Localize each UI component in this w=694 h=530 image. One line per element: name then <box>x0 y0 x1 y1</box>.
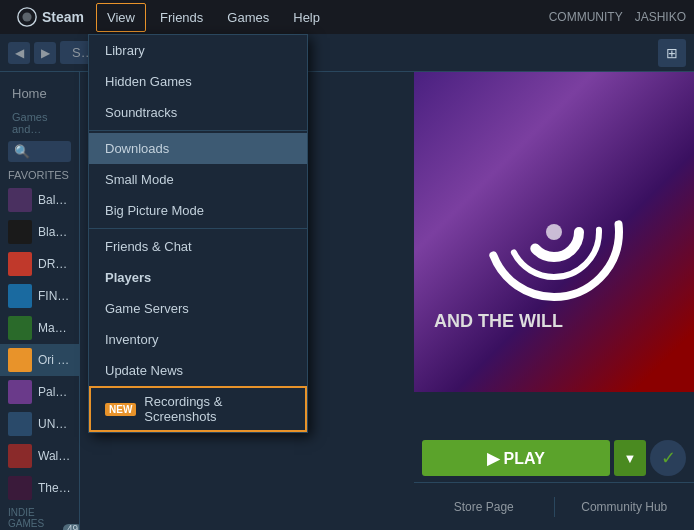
nav-help[interactable]: Help <box>283 4 330 31</box>
sidebar-item-icon <box>8 188 32 212</box>
new-badge: NEW <box>105 403 136 416</box>
sidebar-games-section: Games and… <box>0 107 79 137</box>
menu-game-servers[interactable]: Game Servers <box>89 293 307 324</box>
back-button[interactable]: ◀ <box>8 42 30 64</box>
menu-recordings-screenshots[interactable]: NEW Recordings & Screenshots <box>89 386 307 432</box>
sidebar-item-label: Wallpaper Engine <box>38 449 71 463</box>
grid-view-icon[interactable]: ⊞ <box>658 39 686 67</box>
sidebar-item-icon <box>8 444 32 468</box>
sidebar-item-palw[interactable]: Palw… <box>0 376 79 408</box>
sidebar-item-icon <box>8 476 32 500</box>
sidebar-item-label: Manc… <box>38 321 71 335</box>
menu-divider-1 <box>89 130 307 131</box>
menu-big-picture[interactable]: Big Picture Mode <box>89 195 307 226</box>
play-area: ▶ PLAY ▼ ✓ <box>414 434 694 482</box>
hero-overlay <box>414 72 694 392</box>
menu-library[interactable]: Library <box>89 35 307 66</box>
search-icon: 🔍 <box>14 144 30 159</box>
sidebar-search-box[interactable]: 🔍 <box>8 141 71 162</box>
sidebar-item-manc[interactable]: Manc… <box>0 312 79 344</box>
menu-update-news[interactable]: Update News <box>89 355 307 386</box>
menu-divider-2 <box>89 228 307 229</box>
sidebar-item-drag[interactable]: DRAG… <box>0 248 79 280</box>
steam-label: Steam <box>42 9 84 25</box>
sidebar-item-icon <box>8 316 32 340</box>
sidebar-item-final[interactable]: FINAL… <box>0 280 79 312</box>
hero-subtitle: AND THE WILL <box>434 311 563 332</box>
sidebar-item-icon <box>8 348 32 372</box>
menu-soundtracks[interactable]: Soundtracks <box>89 97 307 128</box>
menu-friends-chat[interactable]: Friends & Chat <box>89 231 307 262</box>
sidebar-item-wall[interactable]: Wallpaper Engine <box>0 440 79 472</box>
menu-small-mode[interactable]: Small Mode <box>89 164 307 195</box>
sidebar-item-unc[interactable]: UNC… <box>0 408 79 440</box>
sidebar-item-label: UNC… <box>38 417 71 431</box>
view-dropdown-menu: Library Hidden Games Soundtracks Downloa… <box>88 34 308 433</box>
play-dropdown-button[interactable]: ▼ <box>614 440 646 476</box>
steam-logo[interactable]: Steam <box>8 2 92 32</box>
sidebar-item-label: Black… <box>38 225 71 239</box>
indie-count-badge: 49 <box>63 524 80 531</box>
sidebar-item-icon <box>8 252 32 276</box>
play-check-button[interactable]: ✓ <box>650 440 686 476</box>
menu-inventory[interactable]: Inventory <box>89 324 307 355</box>
sidebar-item-label: Ori a… <box>38 353 71 367</box>
community-hub-link[interactable]: Community Hub <box>555 494 695 520</box>
sidebar-home[interactable]: Home <box>0 80 79 107</box>
nav-view[interactable]: View <box>96 3 146 32</box>
new-item-label: Recordings & Screenshots <box>144 394 291 424</box>
sidebar-item-icon <box>8 412 32 436</box>
sidebar-category-favorites: FAVORITES <box>0 166 79 184</box>
svg-point-5 <box>546 224 562 240</box>
sidebar-item-label: The Witcher 3: Wild Hunt <box>38 481 71 495</box>
username-link[interactable]: JASHIKO <box>635 10 686 24</box>
sidebar-item-icon <box>8 380 32 404</box>
sidebar-item-label: Baldu… <box>38 193 71 207</box>
sidebar-item-ori[interactable]: Ori a… <box>0 344 79 376</box>
menu-downloads[interactable]: Downloads <box>89 133 307 164</box>
svg-point-1 <box>22 12 31 21</box>
sidebar-item-icon <box>8 220 32 244</box>
sidebar-item-baldu[interactable]: Baldu… <box>0 184 79 216</box>
bottom-links: Store Page Community Hub <box>414 482 694 530</box>
forward-button[interactable]: ▶ <box>34 42 56 64</box>
community-link[interactable]: COMMUNITY <box>549 10 623 24</box>
indie-section: INDIE GAMES (LAPTOP SUITABLE) 49 <box>0 504 79 530</box>
sidebar: Home Games and… 🔍 FAVORITES Baldu… Black… <box>0 72 80 530</box>
nav-right-icons: ⊞ <box>658 39 686 67</box>
sidebar-item-witch[interactable]: The Witcher 3: Wild Hunt <box>0 472 79 504</box>
hero-area: AND THE WILL <box>414 72 694 392</box>
sidebar-item-icon <box>8 284 32 308</box>
store-page-link[interactable]: Store Page <box>414 494 554 520</box>
play-button[interactable]: ▶ PLAY <box>422 440 610 476</box>
sidebar-item-black[interactable]: Black… <box>0 216 79 248</box>
sidebar-item-label: DRAG… <box>38 257 71 271</box>
nav-arrows: ◀ ▶ <box>8 42 56 64</box>
top-bar: Steam View Friends Games Help COMMUNITY … <box>0 0 694 34</box>
menu-hidden-games[interactable]: Hidden Games <box>89 66 307 97</box>
menu-players[interactable]: Players <box>89 262 307 293</box>
sidebar-item-label: Palw… <box>38 385 71 399</box>
nav-games[interactable]: Games <box>217 4 279 31</box>
nav-friends[interactable]: Friends <box>150 4 213 31</box>
sidebar-item-label: FINAL… <box>38 289 71 303</box>
hero-swirl <box>484 162 624 302</box>
